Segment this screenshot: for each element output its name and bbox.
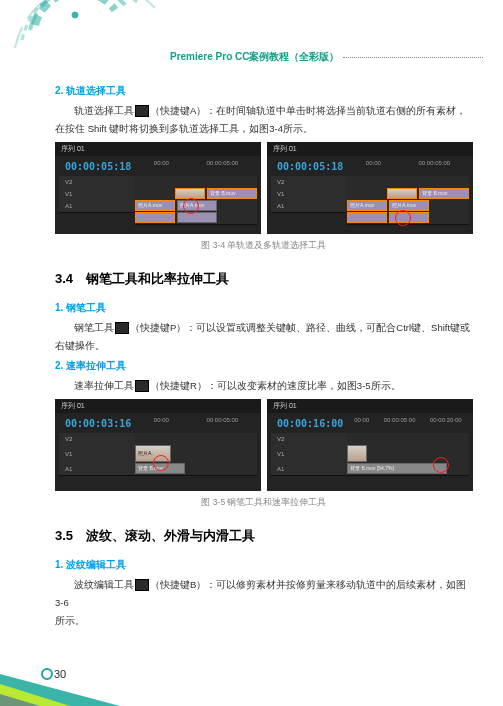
header-dots (343, 57, 483, 58)
clip: 背景 B.mov [54.7%] (347, 463, 447, 474)
section-3-4-heading: 3.4 钢笔工具和比率拉伸工具 (55, 267, 473, 290)
track-select-tool-icon (135, 105, 149, 117)
subheading-track-select: 2. 轨道选择工具 (55, 82, 473, 100)
time-ruler: 00:00 00:00:05:00 (135, 415, 257, 429)
figure-3-5: 序列 01 00:00:03:16 00:00 00:00:05:00 V2 V… (55, 399, 473, 491)
clip (387, 188, 417, 199)
timecode: 00:00:16:00 (277, 415, 343, 433)
timecode: 00:00:05:18 (65, 158, 131, 176)
clip: 照片A.mov (347, 200, 387, 211)
header-title: Premiere Pro CC案例教程（全彩版） (170, 50, 339, 64)
clip (347, 445, 367, 462)
rate-stretch-tool-icon (135, 380, 149, 392)
figure-3-5-caption: 图 3-5 钢笔工具和速率拉伸工具 (55, 495, 473, 510)
timeline-panel: 序列 01 00:00:05:18 00:00 00:00:05:00 V2 V… (267, 142, 473, 234)
timecode: 00:00:03:16 (65, 415, 131, 433)
panel-seq-label: 序列 01 (55, 399, 261, 413)
timeline-panel: 序列 01 00:00:03:16 00:00 00:00:05:00 V2 V… (55, 399, 261, 491)
panel-seq-label: 序列 01 (55, 142, 261, 156)
panel-seq-label: 序列 01 (267, 399, 473, 413)
clip: 照片A.mov (389, 200, 429, 211)
time-ruler: 00:00 00:00:05:00 (135, 158, 257, 172)
timecode: 00:00:05:18 (277, 158, 343, 176)
clip (177, 212, 217, 223)
para-pen-cont: 右键操作。 (55, 337, 473, 355)
timeline-panel: 序列 01 00:00:05:18 00:00 00:00:05:00 V2 V… (55, 142, 261, 234)
clip (135, 212, 175, 223)
para-ripple-cont: 所示。 (55, 612, 473, 630)
subheading-rate: 2. 速率拉伸工具 (55, 357, 473, 375)
header-line: Premiere Pro CC案例教程（全彩版） (170, 50, 483, 64)
para-pen: 钢笔工具（快捷键P）：可以设置或调整关键帧、路径、曲线，可配合Ctrl键、Shi… (55, 319, 473, 337)
timeline-panel: 序列 01 00:00:16:00 00:00 00:00:05:00 00:0… (267, 399, 473, 491)
clip: 背景 B.mov (419, 188, 469, 199)
clip: 背景 B.mov (207, 188, 257, 199)
callout-circle (433, 457, 449, 473)
subheading-pen: 1. 钢笔工具 (55, 299, 473, 317)
figure-3-4: 序列 01 00:00:05:18 00:00 00:00:05:00 V2 V… (55, 142, 473, 234)
section-3-5-heading: 3.5 波纹、滚动、外滑与内滑工具 (55, 524, 473, 547)
callout-circle (183, 198, 199, 214)
panel-seq-label: 序列 01 (267, 142, 473, 156)
time-ruler: 00:00 00:00:05:00 00:00:20:00 (347, 415, 469, 429)
clip: 照片A.mov (135, 200, 175, 211)
ripple-edit-tool-icon (135, 579, 149, 591)
para-rate: 速率拉伸工具（快捷键R）：可以改变素材的速度比率，如图3-5所示。 (55, 377, 473, 395)
time-ruler: 00:00 00:00:05:00 (347, 158, 469, 172)
footer-decoration (0, 666, 120, 706)
subheading-ripple: 1. 波纹编辑工具 (55, 556, 473, 574)
callout-circle (153, 455, 169, 471)
page-content: 2. 轨道选择工具 轨道选择工具（快捷键A）：在时间轴轨道中单击时将选择当前轨道… (55, 80, 473, 666)
para-track-select: 轨道选择工具（快捷键A）：在时间轴轨道中单击时将选择当前轨道右侧的所有素材，在按… (55, 102, 473, 138)
callout-circle (395, 210, 411, 226)
para-ripple: 波纹编辑工具（快捷键B）：可以修剪素材并按修剪量来移动轨道中的后续素材，如图3-… (55, 576, 473, 612)
clip (347, 212, 387, 223)
figure-3-4-caption: 图 3-4 单轨道及多轨道选择工具 (55, 238, 473, 253)
svg-point-0 (72, 12, 78, 18)
pen-tool-icon (115, 322, 129, 334)
